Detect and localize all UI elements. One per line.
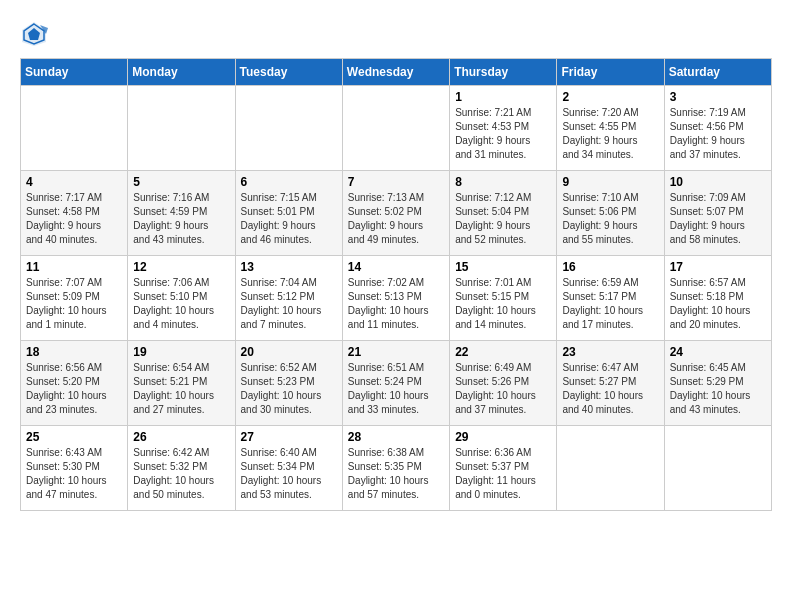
calendar-cell: 20Sunrise: 6:52 AMSunset: 5:23 PMDayligh… [235, 341, 342, 426]
calendar-cell: 11Sunrise: 7:07 AMSunset: 5:09 PMDayligh… [21, 256, 128, 341]
day-header-monday: Monday [128, 59, 235, 86]
day-number: 6 [241, 175, 337, 189]
day-info: Sunrise: 6:45 AMSunset: 5:29 PMDaylight:… [670, 361, 766, 417]
calendar-cell [128, 86, 235, 171]
calendar-cell [235, 86, 342, 171]
calendar-cell: 3Sunrise: 7:19 AMSunset: 4:56 PMDaylight… [664, 86, 771, 171]
logo [20, 20, 52, 48]
day-number: 7 [348, 175, 444, 189]
day-info: Sunrise: 7:02 AMSunset: 5:13 PMDaylight:… [348, 276, 444, 332]
day-info: Sunrise: 7:01 AMSunset: 5:15 PMDaylight:… [455, 276, 551, 332]
day-number: 11 [26, 260, 122, 274]
calendar-cell: 22Sunrise: 6:49 AMSunset: 5:26 PMDayligh… [450, 341, 557, 426]
day-info: Sunrise: 6:40 AMSunset: 5:34 PMDaylight:… [241, 446, 337, 502]
day-number: 18 [26, 345, 122, 359]
calendar-cell: 6Sunrise: 7:15 AMSunset: 5:01 PMDaylight… [235, 171, 342, 256]
calendar-cell [664, 426, 771, 511]
calendar-cell: 13Sunrise: 7:04 AMSunset: 5:12 PMDayligh… [235, 256, 342, 341]
calendar-cell: 8Sunrise: 7:12 AMSunset: 5:04 PMDaylight… [450, 171, 557, 256]
page-header [20, 20, 772, 48]
day-number: 4 [26, 175, 122, 189]
calendar-cell: 25Sunrise: 6:43 AMSunset: 5:30 PMDayligh… [21, 426, 128, 511]
calendar-week-row: 11Sunrise: 7:07 AMSunset: 5:09 PMDayligh… [21, 256, 772, 341]
day-number: 25 [26, 430, 122, 444]
day-info: Sunrise: 7:17 AMSunset: 4:58 PMDaylight:… [26, 191, 122, 247]
day-info: Sunrise: 6:54 AMSunset: 5:21 PMDaylight:… [133, 361, 229, 417]
day-info: Sunrise: 6:36 AMSunset: 5:37 PMDaylight:… [455, 446, 551, 502]
calendar-table: SundayMondayTuesdayWednesdayThursdayFrid… [20, 58, 772, 511]
day-number: 22 [455, 345, 551, 359]
calendar-cell: 26Sunrise: 6:42 AMSunset: 5:32 PMDayligh… [128, 426, 235, 511]
day-number: 21 [348, 345, 444, 359]
calendar-cell: 4Sunrise: 7:17 AMSunset: 4:58 PMDaylight… [21, 171, 128, 256]
calendar-cell: 1Sunrise: 7:21 AMSunset: 4:53 PMDaylight… [450, 86, 557, 171]
day-info: Sunrise: 6:42 AMSunset: 5:32 PMDaylight:… [133, 446, 229, 502]
calendar-cell: 15Sunrise: 7:01 AMSunset: 5:15 PMDayligh… [450, 256, 557, 341]
calendar-week-row: 4Sunrise: 7:17 AMSunset: 4:58 PMDaylight… [21, 171, 772, 256]
day-number: 12 [133, 260, 229, 274]
calendar-cell: 16Sunrise: 6:59 AMSunset: 5:17 PMDayligh… [557, 256, 664, 341]
calendar-cell: 23Sunrise: 6:47 AMSunset: 5:27 PMDayligh… [557, 341, 664, 426]
day-info: Sunrise: 6:38 AMSunset: 5:35 PMDaylight:… [348, 446, 444, 502]
day-header-friday: Friday [557, 59, 664, 86]
day-header-sunday: Sunday [21, 59, 128, 86]
day-info: Sunrise: 6:59 AMSunset: 5:17 PMDaylight:… [562, 276, 658, 332]
calendar-cell: 27Sunrise: 6:40 AMSunset: 5:34 PMDayligh… [235, 426, 342, 511]
day-number: 28 [348, 430, 444, 444]
calendar-cell: 9Sunrise: 7:10 AMSunset: 5:06 PMDaylight… [557, 171, 664, 256]
calendar-cell: 18Sunrise: 6:56 AMSunset: 5:20 PMDayligh… [21, 341, 128, 426]
day-number: 27 [241, 430, 337, 444]
day-header-wednesday: Wednesday [342, 59, 449, 86]
calendar-cell: 28Sunrise: 6:38 AMSunset: 5:35 PMDayligh… [342, 426, 449, 511]
day-info: Sunrise: 7:15 AMSunset: 5:01 PMDaylight:… [241, 191, 337, 247]
calendar-cell: 12Sunrise: 7:06 AMSunset: 5:10 PMDayligh… [128, 256, 235, 341]
day-number: 9 [562, 175, 658, 189]
calendar-header-row: SundayMondayTuesdayWednesdayThursdayFrid… [21, 59, 772, 86]
day-info: Sunrise: 7:04 AMSunset: 5:12 PMDaylight:… [241, 276, 337, 332]
day-info: Sunrise: 6:47 AMSunset: 5:27 PMDaylight:… [562, 361, 658, 417]
day-number: 10 [670, 175, 766, 189]
day-info: Sunrise: 7:13 AMSunset: 5:02 PMDaylight:… [348, 191, 444, 247]
day-number: 20 [241, 345, 337, 359]
calendar-cell: 2Sunrise: 7:20 AMSunset: 4:55 PMDaylight… [557, 86, 664, 171]
calendar-cell: 24Sunrise: 6:45 AMSunset: 5:29 PMDayligh… [664, 341, 771, 426]
logo-icon [20, 20, 48, 48]
day-number: 29 [455, 430, 551, 444]
day-number: 23 [562, 345, 658, 359]
day-info: Sunrise: 7:16 AMSunset: 4:59 PMDaylight:… [133, 191, 229, 247]
calendar-week-row: 25Sunrise: 6:43 AMSunset: 5:30 PMDayligh… [21, 426, 772, 511]
calendar-cell: 10Sunrise: 7:09 AMSunset: 5:07 PMDayligh… [664, 171, 771, 256]
day-number: 3 [670, 90, 766, 104]
day-info: Sunrise: 6:51 AMSunset: 5:24 PMDaylight:… [348, 361, 444, 417]
day-number: 5 [133, 175, 229, 189]
calendar-cell: 7Sunrise: 7:13 AMSunset: 5:02 PMDaylight… [342, 171, 449, 256]
day-info: Sunrise: 7:21 AMSunset: 4:53 PMDaylight:… [455, 106, 551, 162]
day-number: 14 [348, 260, 444, 274]
day-header-saturday: Saturday [664, 59, 771, 86]
calendar-cell: 5Sunrise: 7:16 AMSunset: 4:59 PMDaylight… [128, 171, 235, 256]
calendar-week-row: 1Sunrise: 7:21 AMSunset: 4:53 PMDaylight… [21, 86, 772, 171]
day-info: Sunrise: 7:12 AMSunset: 5:04 PMDaylight:… [455, 191, 551, 247]
day-info: Sunrise: 7:20 AMSunset: 4:55 PMDaylight:… [562, 106, 658, 162]
day-info: Sunrise: 7:10 AMSunset: 5:06 PMDaylight:… [562, 191, 658, 247]
day-number: 19 [133, 345, 229, 359]
calendar-cell [21, 86, 128, 171]
day-number: 26 [133, 430, 229, 444]
day-info: Sunrise: 7:06 AMSunset: 5:10 PMDaylight:… [133, 276, 229, 332]
day-info: Sunrise: 6:49 AMSunset: 5:26 PMDaylight:… [455, 361, 551, 417]
day-info: Sunrise: 6:56 AMSunset: 5:20 PMDaylight:… [26, 361, 122, 417]
calendar-cell: 21Sunrise: 6:51 AMSunset: 5:24 PMDayligh… [342, 341, 449, 426]
day-number: 8 [455, 175, 551, 189]
day-header-tuesday: Tuesday [235, 59, 342, 86]
day-info: Sunrise: 6:43 AMSunset: 5:30 PMDaylight:… [26, 446, 122, 502]
calendar-week-row: 18Sunrise: 6:56 AMSunset: 5:20 PMDayligh… [21, 341, 772, 426]
day-info: Sunrise: 7:07 AMSunset: 5:09 PMDaylight:… [26, 276, 122, 332]
day-number: 17 [670, 260, 766, 274]
day-number: 15 [455, 260, 551, 274]
calendar-cell: 17Sunrise: 6:57 AMSunset: 5:18 PMDayligh… [664, 256, 771, 341]
day-info: Sunrise: 7:09 AMSunset: 5:07 PMDaylight:… [670, 191, 766, 247]
day-header-thursday: Thursday [450, 59, 557, 86]
day-number: 2 [562, 90, 658, 104]
day-number: 13 [241, 260, 337, 274]
calendar-cell [557, 426, 664, 511]
